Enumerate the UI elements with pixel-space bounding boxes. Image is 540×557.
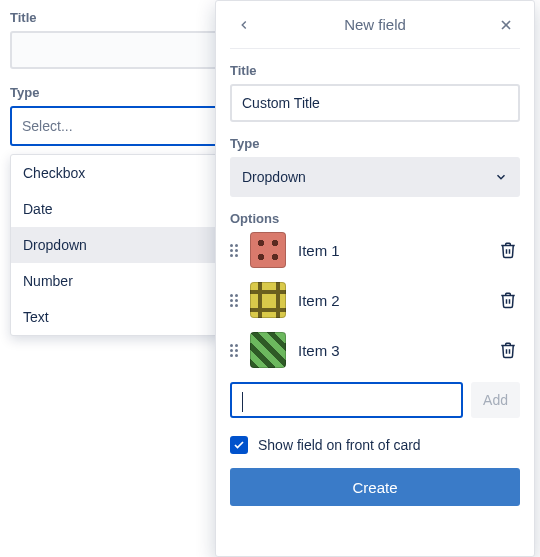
panel-title: New field [258, 16, 492, 33]
delete-option-button[interactable] [496, 338, 520, 362]
select-placeholder: Select... [22, 118, 73, 134]
option-swatch[interactable] [250, 232, 286, 268]
show-on-front-label: Show field on front of card [258, 437, 421, 453]
option-swatch[interactable] [250, 332, 286, 368]
trash-icon [499, 291, 517, 309]
dropdown-item-date[interactable]: Date [11, 191, 219, 227]
title-field-input[interactable] [230, 84, 520, 122]
close-icon [498, 17, 514, 33]
add-option-button[interactable]: Add [471, 382, 520, 418]
option-label: Item 1 [298, 242, 484, 259]
option-label: Item 3 [298, 342, 484, 359]
delete-option-button[interactable] [496, 238, 520, 262]
check-icon [233, 439, 245, 451]
drag-handle-icon[interactable] [230, 344, 238, 357]
panel-header: New field [230, 1, 520, 49]
title-input[interactable] [10, 31, 220, 69]
close-button[interactable] [492, 11, 520, 39]
option-label: Item 2 [298, 292, 484, 309]
option-row: Item 2 [230, 282, 520, 318]
dropdown-item-text[interactable]: Text [11, 299, 219, 335]
create-button[interactable]: Create [230, 468, 520, 506]
dropdown-item-number[interactable]: Number [11, 263, 219, 299]
show-on-front-row: Show field on front of card [230, 436, 520, 454]
option-swatch[interactable] [250, 282, 286, 318]
dropdown-item-checkbox[interactable]: Checkbox [11, 155, 219, 191]
type-field-label: Type [230, 136, 520, 151]
option-row: Item 1 [230, 232, 520, 268]
new-field-panel: New field Title Type Dropdown Options It… [215, 0, 535, 557]
chevron-down-icon [494, 170, 508, 184]
trash-icon [499, 241, 517, 259]
title-field-label: Title [230, 63, 520, 78]
options-list: Item 1Item 2Item 3 [230, 232, 520, 368]
add-option-input[interactable] [230, 382, 463, 418]
drag-handle-icon[interactable] [230, 294, 238, 307]
type-field-select[interactable]: Dropdown [230, 157, 520, 197]
type-selected-value: Dropdown [242, 169, 306, 185]
type-select[interactable]: Select... [10, 106, 220, 146]
show-on-front-checkbox[interactable] [230, 436, 248, 454]
chevron-left-icon [237, 18, 251, 32]
option-row: Item 3 [230, 332, 520, 368]
back-button[interactable] [230, 11, 258, 39]
title-label: Title [10, 10, 220, 25]
trash-icon [499, 341, 517, 359]
type-dropdown-list: CheckboxDateDropdownNumberText [10, 154, 220, 336]
left-panel: Title Type Select... CheckboxDateDropdow… [10, 10, 220, 336]
delete-option-button[interactable] [496, 288, 520, 312]
options-label: Options [230, 211, 520, 226]
drag-handle-icon[interactable] [230, 244, 238, 257]
dropdown-item-dropdown[interactable]: Dropdown [11, 227, 219, 263]
type-label: Type [10, 85, 220, 100]
add-option-row: Add [230, 382, 520, 418]
